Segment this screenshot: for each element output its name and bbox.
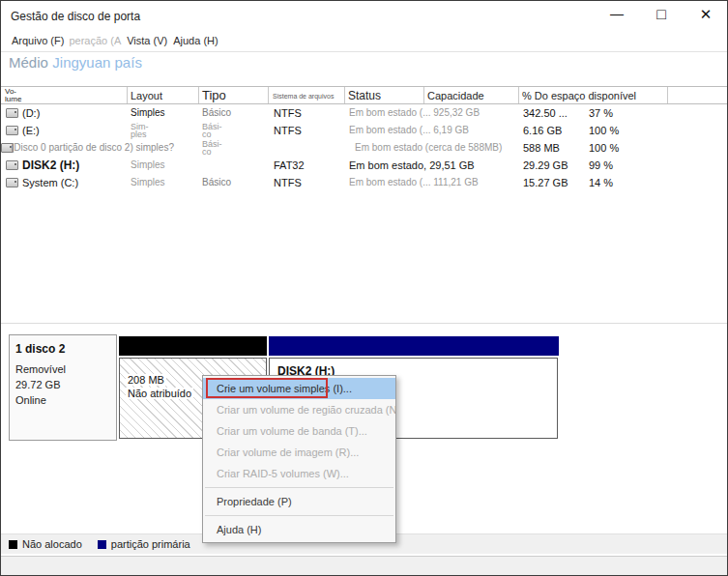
column-header-layout[interactable]: Layout [131,90,162,101]
cell-tipo: Bási- co [202,123,222,138]
maximize-button[interactable]: □ [652,6,671,23]
primary-partition-color-bar [269,336,559,356]
window-controls: — □ ✕ [607,6,715,23]
menu-separator [205,515,393,516]
cell-layout: Sim- ples [131,123,149,138]
cell-volume: DISK2 (H:) [22,158,79,172]
table-row-e[interactable]: (E:) Sim- ples Bási- co NTFS Em bom esta… [1,122,728,139]
menu-item-create-raid5-volume[interactable]: Criar RAID-5 volumes (W)... [203,463,395,484]
cell-volume: (E:) [22,125,40,136]
column-separator [344,87,345,103]
column-header-status[interactable]: Status [348,89,381,102]
toolbar-label-jingyuan: Jingyuan país [52,54,142,71]
menu-separator [205,487,393,488]
table-row-d[interactable]: (D:) Simples Básico NTFS Em bom estado (… [1,104,728,122]
cell-filesystem: NTFS [274,125,302,136]
volume-icon [6,178,18,187]
cell-pct: 100 % [589,142,619,154]
selection-annotation-box [206,378,328,398]
context-menu: Crie um volume simples (I)... Criar um v… [202,375,396,543]
cell-pct: 37 % [589,107,613,119]
primary-partition-swatch-icon [98,540,106,549]
unallocated-color-bar [119,336,267,356]
cell-filesystem: FAT32 [274,159,305,171]
legend-unallocated-label: Não alocado [22,538,82,550]
disk-status: Online [15,394,110,406]
cell-pct: 100 % [589,125,619,136]
cell-status: Em bom estado, 29,51 GB [349,159,475,171]
pane-divider [1,323,728,324]
cell-volume: (Disco 0 partição de disco 2) simples? [11,142,174,153]
cell-volume: (D:) [22,107,40,119]
window-title: Gestão de disco de porta [11,10,140,23]
cell-status: Em bom estado (cerca de 588MB) [355,142,502,153]
cell-tipo: Básico [202,107,231,118]
menu-item-help[interactable]: Ajuda (H) [203,519,395,540]
column-separator [518,87,519,103]
disk-management-window: Gestão de disco de porta — □ ✕ Arquivo (… [0,0,728,576]
menu-item-label: Criar RAID-5 volumes (W)... [217,468,349,479]
disk-name: 1 disco 2 [15,342,110,356]
column-separator [127,87,128,103]
menu-item-create-spanned-volume[interactable]: Criar um volume de região cruzada (N)... [203,399,395,420]
disk-size: 29.72 GB [15,379,110,390]
cell-capacidade: 29.29 GB [523,159,568,171]
menu-item-label: Propriedade (P) [217,496,292,507]
menu-item-label: Criar um volume de banda (T)... [217,425,367,437]
column-separator [667,87,668,103]
menu-item-create-striped-volume[interactable]: Criar um volume de banda (T)... [203,420,395,442]
menu-operacao[interactable]: peração (A [66,33,124,48]
menu-vista[interactable]: Vista (V) [124,33,170,48]
status-bar [1,556,728,576]
volume-icon [6,160,18,170]
column-header-tipo[interactable]: Tipo [202,88,226,102]
volume-icon [6,126,18,135]
unallocated-text-label: Não atribuído [126,388,193,399]
column-separator [268,87,269,103]
cell-capacidade: 588 MB [523,142,560,154]
cell-layout: Simples [131,107,165,118]
cell-status: Em bom estado (... 111,21 GB [349,177,479,187]
disk-info-panel[interactable]: 1 disco 2 Removível 29.72 GB Online [9,334,117,441]
menu-ajuda[interactable]: Ajuda (H) [170,33,220,48]
menu-item-label: Criar volume de imagem (R)... [217,446,359,458]
legend-primary-label: partição primária [111,538,190,550]
cell-status: Em bom estado (... 925,32 GB [349,107,480,118]
titlebar: Gestão de disco de porta — □ ✕ [1,1,727,30]
cell-filesystem: NTFS [274,107,302,119]
column-header-espaco-disponivel[interactable]: % Do espaço disponível [522,90,636,101]
menu-item-label: Ajuda (H) [217,524,261,535]
unallocated-size-label: 208 MB [126,374,166,386]
disk-media-type: Removível [15,363,110,375]
table-row-system-c[interactable]: System (C:) Simples Básico NTFS Em bom e… [1,174,728,191]
column-header-volume[interactable]: Vo- lume [5,88,21,103]
menu-item-properties[interactable]: Propriedade (P) [203,491,395,512]
volume-icon [6,108,18,118]
minimize-button[interactable]: — [607,6,626,23]
cell-volume: System (C:) [22,177,78,188]
menu-arquivo[interactable]: Arquivo (F) [9,33,67,48]
column-separator [423,87,424,103]
menu-item-create-mirrored-volume[interactable]: Criar volume de imagem (R)... [203,442,395,463]
cell-layout: Simples [131,159,165,170]
menu-item-create-simple-volume[interactable]: Crie um volume simples (I)... [203,378,395,399]
unallocated-swatch-icon [9,540,17,549]
cell-layout: Simples [131,177,165,187]
table-row-disk2-h[interactable]: DISK2 (H:) Simples FAT32 Em bom estado, … [1,157,728,174]
cell-capacidade: 6.16 GB [523,125,562,136]
cell-pct: 14 % [589,177,613,188]
toolbar-label-medio: Médio [9,54,48,71]
menubar: Arquivo (F) peração (A Vista (V) Ajuda (… [1,30,727,52]
cell-capacidade: 15.27 GB [523,177,568,188]
close-button[interactable]: ✕ [696,6,715,23]
volume-table-header: Vo- lume Layout Tipo Sistema de arquivos… [1,86,728,104]
column-header-filesystem[interactable]: Sistema de arquivos [273,93,334,100]
cell-tipo: Básico [202,177,231,187]
cell-filesystem: NTFS [274,177,302,188]
menu-item-label: Criar um volume de região cruzada (N)... [217,404,396,416]
column-header-capacidade[interactable]: Capacidade [427,90,484,101]
cell-status: Em bom estado (... 6,19 GB [349,125,469,135]
column-separator [198,87,199,103]
table-row-disco0-part2[interactable]: (Disco 0 partição de disco 2) simples? B… [1,139,728,157]
cell-tipo: Bási- co [202,140,222,156]
